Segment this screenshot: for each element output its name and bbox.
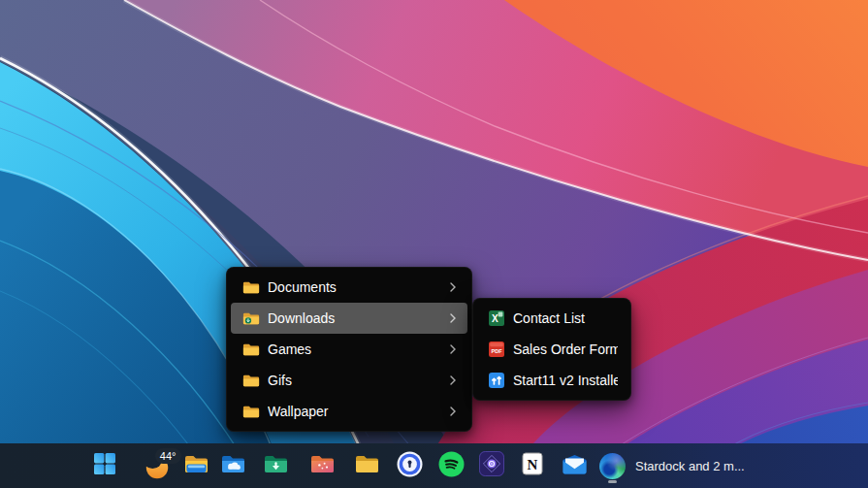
crescent-moon-icon: 44° [144, 453, 170, 479]
menu-item-label: Gifs [268, 373, 447, 388]
submenu-item-label: Contact List [513, 310, 618, 326]
downloads-folder-icon [263, 453, 289, 478]
taskbar-pictures-folder[interactable] [213, 446, 252, 485]
menu-item-label: Wallpaper [268, 404, 447, 419]
folder-icon [242, 280, 260, 295]
notion-icon: N [520, 451, 545, 480]
folder-flyout-menu: Documents Downloads Games [226, 267, 472, 432]
pictures-cloud-folder-icon [220, 453, 246, 478]
submenu-item-label: Sales Order Form [513, 342, 618, 357]
taskbar-media-app[interactable] [472, 446, 511, 485]
onepassword-icon [397, 451, 423, 481]
menu-item-label: Downloads [268, 310, 447, 326]
start11-installer-icon [488, 373, 505, 388]
weather-widget-button[interactable]: 44° [134, 446, 178, 485]
windows-start-icon [93, 452, 116, 479]
taskbar-downloads-folder[interactable] [256, 446, 295, 485]
taskbar-edge-window-button[interactable]: Stardock and 2 m... [588, 446, 760, 485]
media-app-icon [479, 451, 504, 480]
submenu-item-start11-installer[interactable]: Start11 v2 Installer [477, 365, 627, 396]
edge-icon [599, 453, 626, 479]
taskbar-file-explorer[interactable] [177, 446, 215, 485]
submenu-item-contact-list[interactable]: X Contact List [477, 303, 627, 334]
chevron-right-icon [447, 406, 459, 417]
menu-item-downloads[interactable]: Downloads [231, 303, 467, 334]
running-indicator [608, 480, 617, 483]
submenu-item-label: Start11 v2 Installer [513, 373, 618, 388]
folder-download-icon [242, 311, 260, 326]
chevron-right-icon [447, 281, 459, 293]
menu-item-gifs[interactable]: Gifs [231, 365, 467, 396]
excel-file-icon: X [488, 310, 505, 326]
taskbar-spotify[interactable] [432, 446, 470, 485]
taskbar: 44° [0, 443, 868, 488]
menu-item-wallpaper[interactable]: Wallpaper [231, 396, 467, 427]
menu-item-label: Games [268, 342, 447, 357]
chevron-right-icon [447, 374, 459, 386]
taskbar-notion[interactable]: N [513, 446, 552, 485]
folder-icon [242, 405, 260, 419]
svg-text:PDF: PDF [491, 348, 502, 354]
menu-item-label: Documents [268, 279, 447, 295]
mail-icon [562, 453, 588, 479]
folder-icon [242, 342, 260, 357]
taskbar-window-label: Stardock and 2 m... [635, 459, 745, 473]
downloads-submenu: X Contact List PDF Sales Order Form Star… [472, 298, 631, 401]
taskbar-documents-folder[interactable] [347, 446, 386, 485]
documents-folder-icon [354, 453, 380, 478]
taskbar-1password[interactable] [390, 446, 429, 485]
svg-text:N: N [528, 457, 538, 472]
folder-icon [242, 374, 260, 388]
file-explorer-icon [183, 453, 209, 478]
taskbar-media-folder[interactable] [303, 446, 341, 485]
start-button[interactable] [85, 446, 124, 485]
svg-text:X: X [492, 313, 498, 324]
menu-item-games[interactable]: Games [231, 334, 467, 365]
spotify-icon [438, 451, 465, 481]
menu-item-documents[interactable]: Documents [231, 272, 467, 303]
chevron-right-icon [447, 312, 459, 324]
desktop-screen: Documents Downloads Games [0, 0, 868, 488]
chevron-right-icon [447, 343, 459, 355]
submenu-item-sales-order-form[interactable]: PDF Sales Order Form [477, 334, 627, 365]
media-folder-icon [309, 453, 336, 478]
pdf-file-icon: PDF [488, 342, 505, 357]
